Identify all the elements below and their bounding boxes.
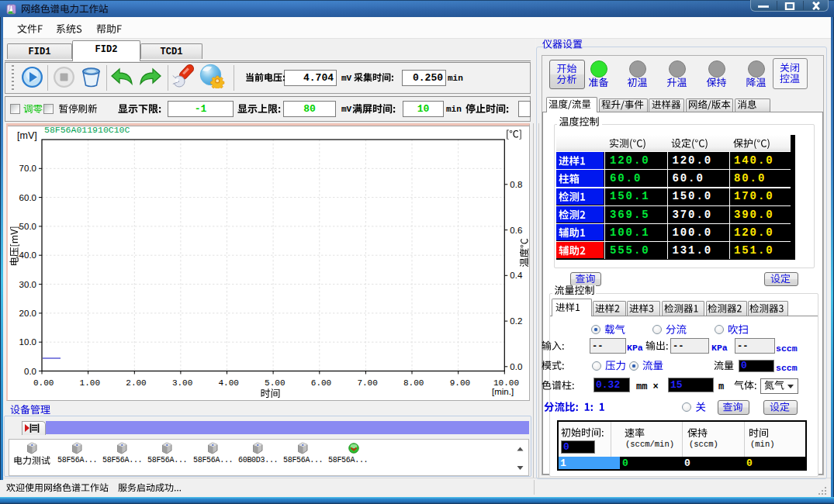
svg-text:2.00: 2.00 xyxy=(126,378,146,388)
svg-text:0.4: 0.4 xyxy=(510,271,523,280)
svg-text:7.00: 7.00 xyxy=(357,378,377,388)
svg-text:0.00: 0.00 xyxy=(33,378,54,388)
svg-text:50.0: 50.0 xyxy=(19,222,36,231)
svg-text:0.0: 0.0 xyxy=(510,362,522,371)
svg-text:[mV]: [mV] xyxy=(17,130,37,141)
svg-text:4.00: 4.00 xyxy=(218,378,238,388)
svg-text:0.2: 0.2 xyxy=(510,316,522,326)
svg-text:8.00: 8.00 xyxy=(403,378,424,388)
svg-text:9.00: 9.00 xyxy=(450,378,470,388)
svg-text:40.0: 40.0 xyxy=(19,250,36,260)
svg-text:3.00: 3.00 xyxy=(172,378,192,388)
svg-text:0.0: 0.0 xyxy=(24,367,36,376)
svg-text:20.0: 20.0 xyxy=(19,309,36,318)
svg-text:6.00: 6.00 xyxy=(311,378,331,388)
svg-text:30.0: 30.0 xyxy=(19,280,36,289)
svg-text:1.00: 1.00 xyxy=(80,378,100,388)
svg-text:0.8: 0.8 xyxy=(510,180,522,189)
svg-text:58F56A011910C10C: 58F56A011910C10C xyxy=(44,125,130,135)
svg-text:60.0: 60.0 xyxy=(19,193,36,202)
svg-text:5.00: 5.00 xyxy=(265,378,285,388)
svg-text:10.0: 10.0 xyxy=(19,337,36,347)
svg-text:[min.]: [min.] xyxy=(492,387,514,396)
svg-text:70.0: 70.0 xyxy=(19,164,36,173)
svg-text:0.6: 0.6 xyxy=(510,226,522,235)
